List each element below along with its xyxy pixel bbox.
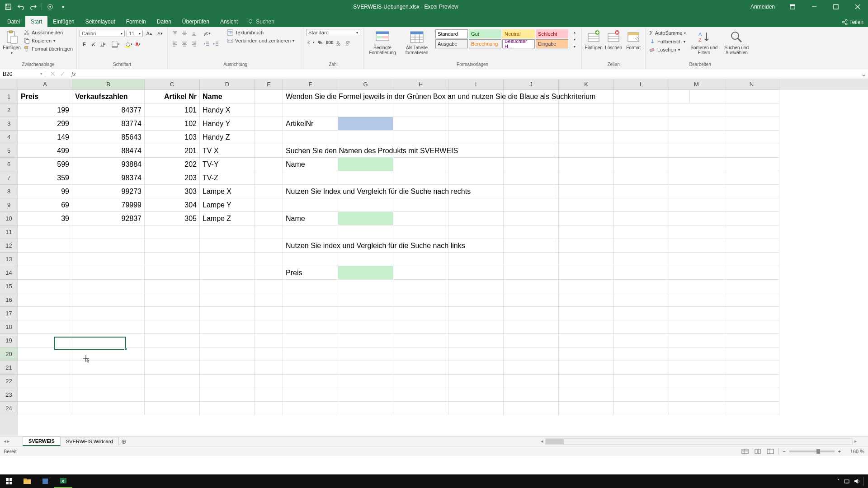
cell-G13[interactable] bbox=[338, 253, 393, 266]
cell-D2[interactable]: Handy X bbox=[200, 103, 255, 117]
cell-G19[interactable] bbox=[338, 334, 393, 347]
taskbar-app[interactable] bbox=[36, 474, 54, 488]
cell-L21[interactable] bbox=[614, 361, 669, 375]
cell-H6[interactable] bbox=[393, 158, 448, 171]
page-break-view-button[interactable] bbox=[766, 448, 775, 455]
cell-F24[interactable] bbox=[283, 402, 338, 415]
cell-J24[interactable] bbox=[504, 402, 559, 415]
qa-customize-button[interactable]: ▾ bbox=[58, 2, 67, 11]
cell-C12[interactable] bbox=[145, 239, 200, 253]
cell-A3[interactable]: 299 bbox=[18, 117, 72, 131]
cell-D11[interactable] bbox=[200, 225, 255, 239]
share-button[interactable]: Teilen bbox=[841, 19, 868, 27]
cell-H22[interactable] bbox=[393, 375, 448, 388]
cell-L9[interactable] bbox=[614, 198, 669, 212]
row-header-8[interactable]: 8 bbox=[0, 185, 18, 198]
cell-L19[interactable] bbox=[614, 334, 669, 347]
cell-J4[interactable] bbox=[504, 131, 559, 144]
cell-C16[interactable] bbox=[145, 293, 200, 307]
insert-cells-button[interactable]: Einfügen bbox=[585, 29, 603, 51]
cell-I6[interactable] bbox=[448, 158, 504, 171]
cell-F10[interactable]: Name bbox=[283, 212, 338, 225]
network-icon[interactable] bbox=[844, 478, 850, 484]
cell-E7[interactable] bbox=[255, 171, 283, 185]
cell-E5[interactable] bbox=[255, 144, 283, 158]
cell-H2[interactable] bbox=[393, 103, 448, 117]
tray-chevron[interactable]: ˄ bbox=[837, 479, 840, 484]
row-header-1[interactable]: 1 bbox=[0, 90, 18, 103]
cell-I22[interactable] bbox=[448, 375, 504, 388]
cell-F19[interactable] bbox=[283, 334, 338, 347]
conditional-format-button[interactable]: Bedingte Formatierung bbox=[366, 29, 399, 56]
cell-C4[interactable]: 103 bbox=[145, 131, 200, 144]
cell-F11[interactable] bbox=[283, 225, 338, 239]
cell-C17[interactable] bbox=[145, 307, 200, 320]
cell-M9[interactable] bbox=[669, 198, 724, 212]
cell-N22[interactable] bbox=[724, 375, 779, 388]
align-bottom-button[interactable] bbox=[189, 29, 198, 38]
cell-J22[interactable] bbox=[504, 375, 559, 388]
cell-B11[interactable] bbox=[72, 225, 145, 239]
col-header-J[interactable]: J bbox=[504, 79, 559, 90]
cell-I16[interactable] bbox=[448, 293, 504, 307]
cell-E17[interactable] bbox=[255, 307, 283, 320]
cell-A1[interactable]: Preis bbox=[18, 90, 72, 103]
cell-L14[interactable] bbox=[614, 266, 669, 280]
ribbon-tab-einfügen[interactable]: Einfügen bbox=[47, 16, 80, 27]
cell-E6[interactable] bbox=[255, 158, 283, 171]
cell-L6[interactable] bbox=[614, 158, 669, 171]
row-header-7[interactable]: 7 bbox=[0, 171, 18, 185]
cell-M24[interactable] bbox=[669, 402, 724, 415]
cell-I15[interactable] bbox=[448, 280, 504, 293]
row-header-11[interactable]: 11 bbox=[0, 225, 18, 239]
cell-E19[interactable] bbox=[255, 334, 283, 347]
col-header-D[interactable]: D bbox=[200, 79, 255, 90]
border-button[interactable]: ▾ bbox=[111, 40, 120, 49]
cell-C24[interactable] bbox=[145, 402, 200, 415]
cell-H24[interactable] bbox=[393, 402, 448, 415]
cell-B19[interactable] bbox=[72, 334, 145, 347]
cell-style-besuchterh[interactable]: Besuchter H... bbox=[502, 39, 535, 48]
cell-A10[interactable]: 39 bbox=[18, 212, 72, 225]
cell-F22[interactable] bbox=[283, 375, 338, 388]
cell-H20[interactable] bbox=[393, 347, 448, 361]
cell-M4[interactable] bbox=[669, 131, 724, 144]
cell-M5[interactable] bbox=[669, 144, 724, 158]
cell-F1[interactable]: Wenden Sie die Formel jeweils in der Grü… bbox=[283, 90, 690, 103]
cell-C3[interactable]: 102 bbox=[145, 117, 200, 131]
cell-E1[interactable] bbox=[255, 90, 283, 103]
cell-M8[interactable] bbox=[669, 185, 724, 198]
cell-B9[interactable]: 79999 bbox=[72, 198, 145, 212]
cell-M13[interactable] bbox=[669, 253, 724, 266]
cell-M2[interactable] bbox=[669, 103, 724, 117]
cell-D23[interactable] bbox=[200, 388, 255, 402]
format-as-table-button[interactable]: Als Tabelle formatieren bbox=[401, 29, 433, 56]
cell-F3[interactable]: ArtikelNr bbox=[283, 117, 338, 131]
ribbon-tab-daten[interactable]: Daten bbox=[151, 16, 177, 27]
align-center-button[interactable] bbox=[180, 39, 189, 48]
cell-L8[interactable] bbox=[614, 185, 669, 198]
cell-B20[interactable] bbox=[72, 347, 145, 361]
orientation-button[interactable]: ab▾ bbox=[202, 29, 211, 38]
row-header-5[interactable]: 5 bbox=[0, 144, 18, 158]
cell-E10[interactable] bbox=[255, 212, 283, 225]
cell-B16[interactable] bbox=[72, 293, 145, 307]
name-box[interactable]: B20▾ bbox=[0, 71, 45, 77]
cell-F23[interactable] bbox=[283, 388, 338, 402]
cell-N8[interactable] bbox=[724, 185, 779, 198]
cell-A12[interactable] bbox=[18, 239, 72, 253]
cell-H10[interactable] bbox=[393, 212, 448, 225]
cell-A24[interactable] bbox=[18, 402, 72, 415]
cell-F14[interactable]: Preis bbox=[283, 266, 338, 280]
save-button[interactable] bbox=[4, 2, 13, 11]
cell-N3[interactable] bbox=[724, 117, 779, 131]
cell-A7[interactable]: 359 bbox=[18, 171, 72, 185]
cell-L23[interactable] bbox=[614, 388, 669, 402]
cell-K17[interactable] bbox=[559, 307, 614, 320]
cell-I14[interactable] bbox=[448, 266, 504, 280]
cell-B23[interactable] bbox=[72, 388, 145, 402]
cell-B15[interactable] bbox=[72, 280, 145, 293]
cell-M23[interactable] bbox=[669, 388, 724, 402]
cell-K9[interactable] bbox=[559, 198, 614, 212]
cell-G23[interactable] bbox=[338, 388, 393, 402]
